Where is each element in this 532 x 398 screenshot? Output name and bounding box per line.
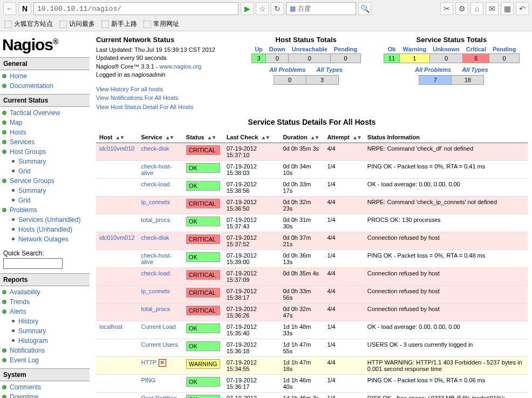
url-bar[interactable]: 10.100.10.11/nagios/	[33, 2, 238, 15]
totals-value[interactable]: 6	[463, 54, 489, 63]
sidebar-link[interactable]: History	[18, 318, 38, 325]
sidebar-item[interactable]: Services (Unhandled)	[0, 215, 90, 225]
totals-col[interactable]: Pending	[334, 46, 357, 52]
sidebar-item[interactable]: Service Groups	[0, 176, 90, 186]
service-link[interactable]: check-load	[141, 270, 169, 276]
totals-value[interactable]: 18	[452, 76, 484, 85]
sidebar-link[interactable]: Map	[10, 119, 22, 126]
totals-col[interactable]: Pending	[493, 46, 516, 52]
totals-col[interactable]: Unreachable	[292, 46, 328, 52]
sidebar-item[interactable]: Map	[0, 118, 90, 127]
sidebar-link[interactable]: Summary	[18, 158, 46, 165]
totals-value[interactable]: 3	[306, 76, 338, 85]
sidebar-item[interactable]: Downtime	[0, 392, 90, 398]
totals-col[interactable]: Unknown	[433, 46, 460, 52]
table-header[interactable]: Status Information	[364, 132, 528, 143]
service-link[interactable]: Current Users	[141, 341, 178, 348]
sidebar-item[interactable]: Histogram	[0, 336, 90, 346]
service-link[interactable]: check-host-alive	[141, 252, 172, 265]
sidebar-item[interactable]: Availability	[0, 287, 90, 297]
sidebar-link[interactable]: Service Groups	[10, 177, 54, 185]
table-header[interactable]: Attempt ▲▼	[324, 132, 364, 143]
status-link[interactable]: View Notifications For All Hosts	[96, 93, 237, 103]
sidebar-link[interactable]: Home	[10, 72, 27, 80]
sidebar-link[interactable]: Grid	[18, 167, 31, 175]
sort-icon[interactable]: ▲▼	[165, 134, 174, 140]
sidebar-item[interactable]: Grid	[0, 166, 90, 176]
search-box[interactable]: ▦ 百度	[286, 2, 356, 15]
totals-value[interactable]: 0	[429, 54, 463, 63]
toolbar-icon-1[interactable]: ✂	[440, 2, 453, 15]
sidebar-item[interactable]: History	[0, 316, 90, 326]
bookmark-star-icon[interactable]: ☆	[256, 2, 269, 15]
totals-value[interactable]: 3	[251, 54, 266, 63]
totals-value[interactable]: 1	[400, 54, 430, 63]
sidebar-item[interactable]: Summary	[0, 326, 90, 336]
totals-value[interactable]: 11	[384, 54, 399, 63]
bookmark-item[interactable]: 访问最多	[59, 19, 95, 29]
totals-value[interactable]: 0	[289, 54, 331, 63]
host-link[interactable]: localhost	[99, 323, 122, 330]
totals-col[interactable]: All Problems	[415, 66, 451, 73]
sort-icon[interactable]: ▲▼	[310, 134, 319, 140]
totals-col[interactable]: Up	[255, 46, 263, 52]
totals-value[interactable]: 0	[489, 54, 519, 63]
totals-col[interactable]: All Types	[462, 66, 488, 73]
reload-icon[interactable]: ↻	[271, 2, 284, 15]
service-link[interactable]: check-disk	[141, 145, 169, 152]
sidebar-item[interactable]: Tactical Overview	[0, 108, 90, 118]
sort-icon[interactable]: ▲▼	[352, 134, 361, 140]
sidebar-link[interactable]: Availability	[10, 288, 40, 296]
host-link[interactable]: idc010vm012	[99, 234, 134, 241]
totals-col[interactable]: Down	[269, 46, 285, 52]
sidebar-item[interactable]: Host Groups	[0, 147, 90, 157]
sidebar-item[interactable]: Problems	[0, 205, 90, 215]
service-link[interactable]: check-load	[141, 181, 169, 187]
sidebar-link[interactable]: Downtime	[10, 393, 38, 398]
sidebar-link[interactable]: Grid	[18, 197, 31, 204]
sidebar-link[interactable]: Services	[10, 138, 35, 146]
sidebar-link[interactable]: Hosts	[10, 129, 26, 136]
sidebar-link[interactable]: Comments	[10, 383, 41, 391]
home-icon[interactable]: ⌂	[470, 2, 483, 15]
service-link[interactable]: check-disk	[141, 234, 169, 241]
search-go-icon[interactable]: 🔍	[358, 2, 371, 15]
sidebar-item[interactable]: Hosts (Unhandled)	[0, 225, 90, 234]
bookmark-item[interactable]: 新手上路	[101, 19, 137, 29]
sidebar-link[interactable]: Tactical Overview	[10, 109, 60, 117]
sidebar-link[interactable]: Services (Unhandled)	[18, 216, 80, 224]
service-link[interactable]: Current Load	[141, 323, 175, 330]
sidebar-link[interactable]: Problems	[10, 206, 37, 214]
service-link[interactable]: HTTP	[141, 359, 156, 366]
sidebar-item[interactable]: Event Log	[0, 355, 90, 365]
service-link[interactable]: PING	[141, 377, 155, 383]
site-identity-icon[interactable]: N	[18, 2, 31, 15]
service-link[interactable]: check-host-alive	[141, 163, 172, 176]
sidebar-link[interactable]: Summary	[18, 327, 46, 335]
totals-value[interactable]: 0	[266, 54, 289, 63]
sidebar-link[interactable]: Summary	[18, 187, 46, 194]
totals-value[interactable]: 0	[274, 76, 306, 85]
totals-col[interactable]: All Problems	[269, 66, 305, 73]
sort-icon[interactable]: ▲▼	[261, 134, 269, 140]
totals-col[interactable]: Ok	[388, 46, 396, 52]
sidebar-link[interactable]: Network Outages	[18, 235, 69, 243]
bookmark-item[interactable]: 火狐官方站点	[4, 19, 53, 29]
totals-col[interactable]: Warning	[403, 46, 427, 52]
table-header[interactable]: Duration ▲▼	[279, 132, 324, 143]
sidebar-link[interactable]: Notifications	[10, 347, 45, 354]
sidebar-item[interactable]: Comments	[0, 382, 90, 392]
sidebar-link[interactable]: Host Groups	[10, 148, 46, 156]
sidebar-link[interactable]: Event Log	[10, 356, 39, 364]
table-header[interactable]: Last Check ▲▼	[223, 132, 280, 143]
sidebar-item[interactable]: Network Outages	[0, 234, 90, 244]
sidebar-link[interactable]: Documentation	[10, 82, 53, 90]
sidebar-item[interactable]: Hosts	[0, 127, 90, 137]
sidebar-item[interactable]: Documentation	[0, 81, 90, 91]
table-header[interactable]: Host ▲▼	[96, 132, 138, 143]
sidebar-link[interactable]: Trends	[10, 298, 30, 306]
toolbar-icon-2[interactable]: ⚙	[455, 2, 468, 15]
sidebar-link[interactable]: Hosts (Unhandled)	[18, 226, 72, 233]
status-link[interactable]: View Host Status Detail For All Hosts	[96, 103, 237, 112]
go-icon[interactable]: ▶	[241, 2, 254, 15]
